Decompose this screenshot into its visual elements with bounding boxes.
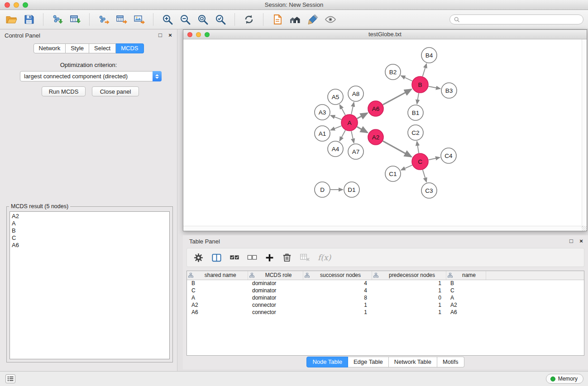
edge-C-C2[interactable] xyxy=(417,142,419,153)
cell-name: C xyxy=(446,287,486,294)
edge-C-C4[interactable] xyxy=(429,157,440,160)
mcds-result-item[interactable]: C xyxy=(10,234,169,242)
edge-A-A7[interactable] xyxy=(351,131,354,143)
network-traffic-lights xyxy=(187,32,210,37)
cell-predecessor-nodes: 1 xyxy=(372,301,446,309)
edge-A6-B[interactable] xyxy=(383,90,411,105)
select-all-button[interactable] xyxy=(229,253,239,262)
houses-button[interactable] xyxy=(288,13,302,26)
toolbar-search[interactable] xyxy=(449,14,583,24)
show-columns-button[interactable] xyxy=(211,253,222,263)
tab-network-table[interactable]: Network Table xyxy=(389,357,437,367)
network-close-button[interactable] xyxy=(187,32,192,37)
plus-icon xyxy=(265,253,274,262)
minimize-window-button[interactable] xyxy=(14,2,19,8)
export-table-button[interactable] xyxy=(115,13,128,26)
edge-C-C1[interactable] xyxy=(401,165,412,170)
cell-shared-name: A xyxy=(187,294,248,301)
annotation-pencil-button[interactable] xyxy=(306,13,320,26)
close-table-panel-icon[interactable]: × xyxy=(578,238,584,244)
edge-A-A8[interactable] xyxy=(351,102,354,114)
cell-predecessor-nodes: 1 xyxy=(372,309,446,316)
column-header-MCDS-role[interactable]: MCDS role xyxy=(248,271,303,280)
zoom-in-button[interactable] xyxy=(161,13,174,26)
column-header-name[interactable]: name xyxy=(446,271,486,280)
column-header-successor-nodes[interactable]: successor nodes xyxy=(303,271,372,280)
table-row[interactable]: A6connector11A6 xyxy=(187,309,584,316)
edge-B-B3[interactable] xyxy=(429,86,440,89)
close-panel-icon[interactable]: × xyxy=(167,32,173,38)
zoom-selected-button[interactable] xyxy=(214,13,227,26)
column-header-shared-name[interactable]: shared name xyxy=(187,271,248,280)
open-session-button[interactable] xyxy=(5,13,18,26)
table-row[interactable]: A2connector11A2 xyxy=(187,301,584,309)
mcds-result-item[interactable]: B xyxy=(10,227,169,234)
import-table-button[interactable] xyxy=(68,13,82,26)
edge-B-B1[interactable] xyxy=(417,93,419,104)
edge-A-A6[interactable] xyxy=(357,113,368,119)
tab-select[interactable]: Select xyxy=(89,43,116,53)
edge-A-A5[interactable] xyxy=(340,105,345,115)
delete-table-icon xyxy=(300,253,310,263)
tab-style[interactable]: Style xyxy=(66,43,89,53)
tab-motifs[interactable]: Motifs xyxy=(437,357,464,367)
mcds-result-list[interactable]: A2ABCA6 xyxy=(10,211,170,359)
edge-A-A1[interactable] xyxy=(331,126,342,130)
delete-table-button[interactable] xyxy=(300,253,310,263)
tab-network[interactable]: Network xyxy=(33,43,66,53)
tab-mcds[interactable]: MCDS xyxy=(116,43,143,53)
zoom-fit-button[interactable] xyxy=(196,13,210,26)
tab-node-table[interactable]: Node Table xyxy=(306,357,348,367)
zoom-out-button[interactable] xyxy=(178,13,192,26)
cell-successor-nodes: 1 xyxy=(303,301,372,309)
show-hide-button[interactable] xyxy=(324,13,337,26)
mcds-result-group: MCDS result (5 nodes) A2ABCA6 xyxy=(6,206,173,362)
import-network-button[interactable] xyxy=(51,13,64,26)
table-row[interactable]: Adominator80A xyxy=(187,294,584,301)
status-list-button[interactable] xyxy=(5,374,15,383)
toolbar-search-input[interactable] xyxy=(462,16,579,23)
mcds-result-item[interactable]: A xyxy=(10,220,169,227)
column-header-predecessor-nodes[interactable]: predecessor nodes xyxy=(372,271,446,280)
delete-column-button[interactable] xyxy=(282,253,292,262)
table-settings-button[interactable] xyxy=(193,253,204,263)
float-panel-icon[interactable]: □ xyxy=(157,32,163,38)
network-canvas[interactable]: AA6A2BCA5A8A3A1A4A7B2B4B3B1C2C4C1C3DD1 xyxy=(183,39,582,226)
add-column-button[interactable] xyxy=(265,253,274,262)
run-mcds-button[interactable]: Run MCDS xyxy=(42,86,86,96)
table-row[interactable]: Bdominator41B xyxy=(187,280,584,287)
export-network-button[interactable] xyxy=(97,13,110,26)
criterion-dropdown[interactable]: largest connected component (directed) xyxy=(20,71,162,81)
function-builder-button[interactable]: f(x) xyxy=(318,253,331,262)
deselect-all-button[interactable] xyxy=(247,253,257,262)
network-window-titlebar[interactable]: testGlobe.txt xyxy=(183,30,587,39)
network-vertical-scrollbar[interactable] xyxy=(582,39,587,226)
edge-A-A4[interactable] xyxy=(339,130,345,141)
table-row[interactable]: Cdominator41C xyxy=(187,287,584,294)
float-table-panel-icon[interactable]: □ xyxy=(568,238,574,244)
close-panel-button[interactable]: Close panel xyxy=(92,86,139,96)
mcds-result-item[interactable]: A6 xyxy=(10,242,169,249)
apply-layout-button[interactable] xyxy=(242,13,256,26)
cell-shared-name: B xyxy=(187,280,248,287)
zoom-window-button[interactable] xyxy=(23,2,28,8)
edge-B-B4[interactable] xyxy=(423,64,427,76)
network-minimize-button[interactable] xyxy=(196,32,201,37)
edge-A-A2[interactable] xyxy=(357,127,368,133)
save-session-button[interactable] xyxy=(22,13,36,26)
network-zoom-button[interactable] xyxy=(205,32,210,37)
edge-C-C3[interactable] xyxy=(423,170,426,182)
edge-A-A3[interactable] xyxy=(331,115,342,119)
close-window-button[interactable] xyxy=(5,2,10,8)
edge-A2-C[interactable] xyxy=(383,141,411,157)
document-button[interactable] xyxy=(271,13,284,26)
export-image-button[interactable] xyxy=(132,13,146,26)
memory-button[interactable]: Memory xyxy=(546,374,583,384)
toolbar-separator xyxy=(263,13,263,26)
tab-edge-table[interactable]: Edge Table xyxy=(348,357,389,367)
network-horizontal-scrollbar[interactable] xyxy=(183,226,582,231)
mcds-result-item[interactable]: A2 xyxy=(10,213,169,220)
edge-B-B2[interactable] xyxy=(401,76,412,81)
table-panel-tabs: Node TableEdge TableNetwork TableMotifs xyxy=(183,357,588,367)
network-resize-grip[interactable] xyxy=(582,226,587,231)
